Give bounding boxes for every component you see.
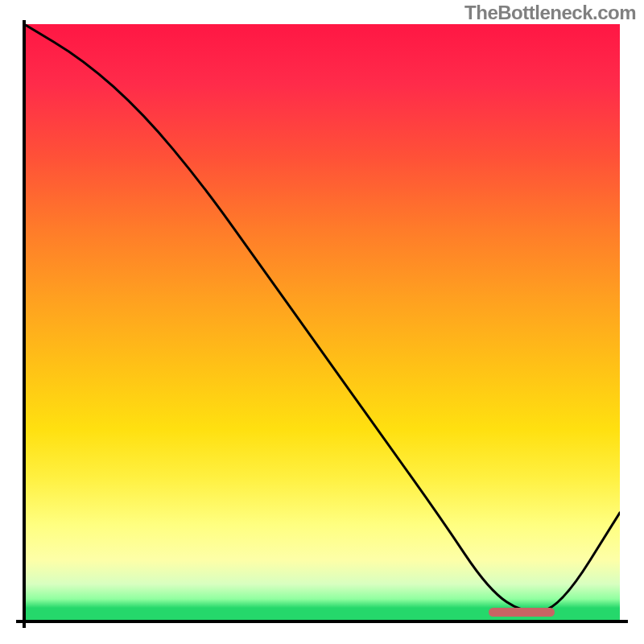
optimal-range-marker [489, 608, 554, 617]
chart-container: TheBottleneck.com [0, 0, 644, 644]
y-axis [23, 20, 26, 628]
x-axis [16, 620, 628, 623]
plot-area [24, 24, 620, 620]
bottleneck-curve [24, 24, 620, 620]
watermark-text: TheBottleneck.com [464, 2, 636, 24]
